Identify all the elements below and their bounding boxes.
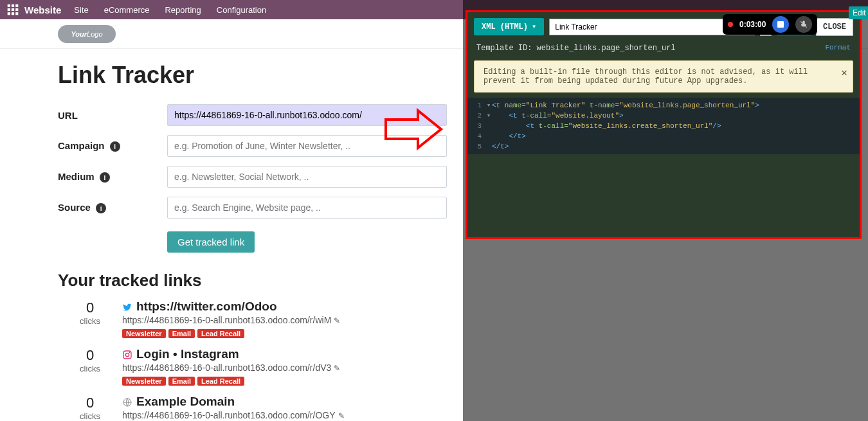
info-icon[interactable]: i [110,141,120,152]
click-label: clicks [58,364,122,373]
record-indicator-icon [728,22,733,27]
instagram-icon [122,349,132,359]
source-input[interactable] [167,197,447,219]
short-url[interactable]: https://44861869-16-0-all.runbot163.odoo… [122,363,331,373]
globe-icon [122,397,132,407]
nav-site[interactable]: Site [74,5,88,15]
url-label: URL [58,110,167,121]
template-id-label: Template ID: website_links.page_shorten_… [476,44,676,53]
pencil-icon[interactable]: ✎ [338,411,345,420]
site-logo[interactable] [58,25,116,43]
get-tracked-link-button[interactable]: Get tracked link [167,231,255,253]
svg-rect-13 [777,21,784,28]
svg-rect-3 [8,8,10,11]
svg-point-11 [129,352,131,354]
tag-badge: Newsletter [122,329,166,338]
format-link[interactable]: Format [825,44,851,53]
tag-badge: Email [168,377,195,386]
close-button[interactable]: CLOSE [816,18,853,36]
svg-rect-7 [12,12,14,15]
medium-label: Medium i [58,171,167,183]
click-label: clicks [58,411,122,421]
link-title[interactable]: Login • Instagram [136,347,239,361]
svg-rect-5 [15,8,18,11]
svg-rect-8 [15,12,18,15]
arrow-annotation [383,108,444,150]
svg-point-10 [125,353,129,356]
tag-badge: Newsletter [122,377,166,386]
record-stop-button[interactable] [772,16,789,33]
svg-rect-2 [15,4,18,7]
svg-rect-0 [8,4,10,7]
pencil-icon[interactable]: ✎ [334,364,340,373]
medium-input[interactable] [167,166,447,188]
editor-warning: Editing a built-in file through this edi… [474,60,853,93]
editor-mode-select[interactable]: XML (HTML) ▾ [474,18,544,35]
svg-rect-6 [8,12,10,15]
screen-recorder: 0:03:00 [723,14,817,35]
close-warning-icon[interactable]: ✕ [841,66,847,79]
template-editor-panel: XML (HTML) ▾ ▼ SAVE CLOSE Template ID: w… [466,10,862,239]
twitter-icon [122,301,132,312]
svg-rect-4 [12,8,14,11]
click-count: 0 [58,395,122,411]
info-icon[interactable]: i [100,172,110,183]
svg-rect-1 [12,4,14,7]
source-label: Source i [58,202,167,213]
app-name: Website [24,4,61,15]
link-title[interactable]: Example Domain [136,395,235,409]
click-count: 0 [58,300,122,316]
apps-icon[interactable] [6,3,19,16]
record-time: 0:03:00 [739,20,766,29]
tag-badge: Lead Recall [197,377,244,386]
caret-down-icon: ▾ [532,22,536,31]
nav-reporting[interactable]: Reporting [165,5,201,15]
campaign-label: Campaign i [58,140,167,152]
nav-ecommerce[interactable]: eCommerce [104,5,150,15]
code-editor[interactable]: 1▾<t name="Link Tracker" t-name="website… [467,98,860,154]
pencil-icon[interactable]: ✎ [334,316,340,325]
record-mic-button[interactable] [795,16,812,33]
info-icon[interactable]: i [96,203,106,213]
edit-button[interactable]: Edit [849,6,868,19]
click-count: 0 [58,347,122,364]
click-label: clicks [58,316,122,326]
short-url[interactable]: https://44861869-16-0-all.runbot163.odoo… [122,315,331,325]
link-title[interactable]: https://twitter.com/Odoo [136,300,277,314]
nav-configuration[interactable]: Configuration [217,5,266,15]
short-url[interactable]: https://44861869-16-0-all.runbot163.odoo… [122,410,336,420]
tag-badge: Email [168,329,195,338]
tag-badge: Lead Recall [197,329,244,338]
